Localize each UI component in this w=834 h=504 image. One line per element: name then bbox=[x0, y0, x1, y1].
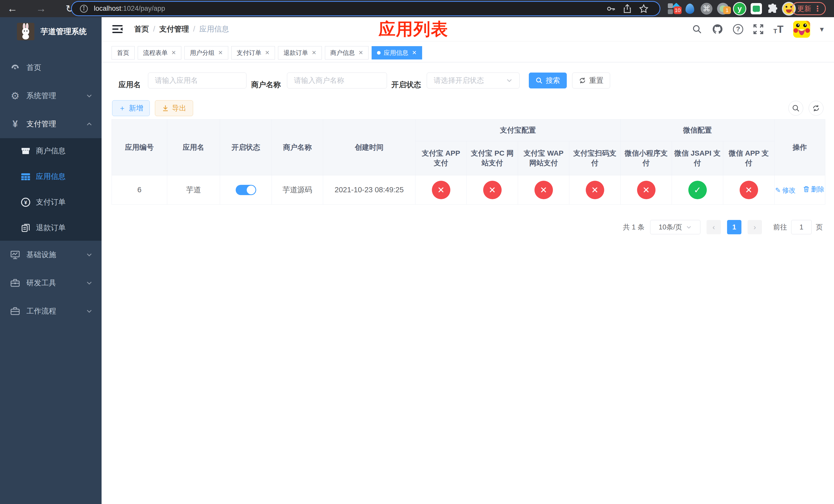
tab-label: 商户信息 bbox=[330, 49, 355, 57]
sidebar-item-refund[interactable]: 退款订单 bbox=[0, 215, 102, 241]
next-page-button[interactable]: › bbox=[748, 220, 762, 234]
pagination: 共 1 条 10条/页 ‹ 1 › 前往 1 页 bbox=[623, 220, 823, 234]
refresh-table-button[interactable] bbox=[809, 101, 824, 116]
header-search-icon[interactable] bbox=[692, 24, 702, 35]
breadcrumb-home[interactable]: 首页 bbox=[134, 24, 149, 35]
site-info-icon[interactable] bbox=[80, 4, 88, 13]
tab-close-icon[interactable]: ✕ bbox=[412, 49, 416, 56]
fullscreen-icon[interactable] bbox=[753, 24, 764, 35]
merchant-name-placeholder: 请输入商户名称 bbox=[294, 76, 380, 85]
tab-close-icon[interactable]: ✕ bbox=[358, 49, 363, 56]
user-avatar[interactable] bbox=[793, 21, 810, 38]
browser-menu-dots-icon[interactable]: ⋮ bbox=[814, 4, 821, 13]
tab-merchant-info[interactable]: 商户信息✕ bbox=[325, 46, 369, 60]
caret-down-icon[interactable]: ▾ bbox=[820, 25, 824, 33]
url-bar[interactable]: localhost:1024/pay/app bbox=[71, 1, 660, 16]
chevron-down-icon bbox=[86, 307, 93, 315]
tab-home[interactable]: 首页 bbox=[112, 46, 135, 60]
status-cross-icon: ✕ bbox=[637, 181, 656, 199]
chevron-down-icon bbox=[86, 279, 93, 287]
extension-sketch-icon[interactable]: 10 bbox=[666, 0, 682, 17]
logo-rabbit-image bbox=[17, 23, 35, 40]
tab-close-icon[interactable]: ✕ bbox=[265, 49, 269, 56]
trash-icon bbox=[803, 186, 809, 192]
sidebar-item-payorder[interactable]: ¥ 支付订单 bbox=[0, 189, 102, 215]
extension-gem-icon[interactable] bbox=[683, 0, 697, 17]
tab-app-info[interactable]: 应用信息✕ bbox=[372, 46, 422, 60]
topbar: 首页 / 支付管理 / 应用信息 应用列表 ? bbox=[102, 17, 834, 41]
browser-update-button[interactable]: 更新 ⋮ bbox=[791, 2, 826, 15]
export-button[interactable]: 导出 bbox=[155, 100, 193, 116]
merchant-name-input[interactable]: 请输入商户名称 bbox=[287, 72, 387, 88]
sidebar-item-infra[interactable]: 基础设施 bbox=[0, 241, 102, 269]
show-search-toggle-button[interactable] bbox=[788, 101, 803, 116]
share-icon[interactable] bbox=[619, 4, 636, 13]
tab-label: 首页 bbox=[117, 49, 129, 57]
sidebar-item-home[interactable]: 首页 bbox=[0, 53, 102, 82]
sidebar-item-devtool[interactable]: 研发工具 bbox=[0, 269, 102, 297]
sidebar-collapse-icon[interactable] bbox=[112, 23, 123, 35]
briefcase-icon bbox=[9, 305, 21, 317]
tab-close-icon[interactable]: ✕ bbox=[171, 49, 176, 56]
col-header-wechat-jsapi: 微信 JSAPI 支付 bbox=[672, 141, 723, 175]
edit-label: 修改 bbox=[782, 186, 795, 195]
bookmark-star-icon[interactable] bbox=[636, 4, 652, 14]
cell-wechat-jsapi: ✓ bbox=[672, 175, 723, 205]
page-number-1[interactable]: 1 bbox=[727, 220, 741, 234]
table-row: 6 芋道 芋道源码 2021-10-23 08:49:25 ✕ ✕ ✕ ✕ ✕ … bbox=[112, 175, 825, 205]
search-label: 搜索 bbox=[546, 76, 560, 85]
sidebar-item-label: 基础设施 bbox=[26, 250, 56, 260]
search-icon bbox=[535, 77, 543, 84]
status-select[interactable]: 请选择开启状态 bbox=[427, 72, 520, 88]
password-key-icon[interactable] bbox=[603, 4, 619, 13]
font-small-glyph: T bbox=[773, 28, 777, 35]
sidebar-item-workflow[interactable]: 工作流程 bbox=[0, 297, 102, 325]
sidebar-item-appinfo[interactable]: 应用信息 bbox=[0, 164, 102, 189]
tab-label: 支付订单 bbox=[237, 49, 261, 57]
storefront-icon bbox=[20, 145, 31, 157]
browser-forward-icon[interactable]: → bbox=[33, 0, 49, 17]
tab-label: 用户分组 bbox=[190, 49, 214, 57]
merchant-name-label: 商户名称 bbox=[251, 77, 281, 93]
edit-link[interactable]: ✎修改 bbox=[775, 186, 796, 195]
breadcrumb-pay[interactable]: 支付管理 bbox=[159, 24, 189, 35]
prev-page-button[interactable]: ‹ bbox=[706, 220, 721, 234]
status-toggle[interactable] bbox=[236, 185, 256, 195]
tab-flow-form[interactable]: 流程表单✕ bbox=[138, 46, 181, 60]
sidebar-item-system[interactable]: ⚙ 系统管理 bbox=[0, 82, 102, 110]
app-name-input[interactable]: 请输入应用名 bbox=[148, 72, 246, 88]
cell-alipay-wap: ✕ bbox=[518, 175, 569, 205]
tab-close-icon[interactable]: ✕ bbox=[218, 49, 223, 56]
sidebar-item-pay[interactable]: ¥ 支付管理 bbox=[0, 110, 102, 138]
extension-command-icon[interactable]: ⌘ bbox=[699, 0, 714, 17]
page-size-select[interactable]: 10条/页 bbox=[650, 220, 700, 234]
sidebar-item-label: 系统管理 bbox=[26, 91, 56, 101]
tab-pay-order[interactable]: 支付订单✕ bbox=[231, 46, 275, 60]
reset-button[interactable]: 重置 bbox=[572, 72, 610, 88]
goto-page-input[interactable]: 1 bbox=[791, 220, 812, 234]
app-name-label: 应用名 bbox=[118, 77, 141, 93]
tab-close-icon[interactable]: ✕ bbox=[312, 49, 316, 56]
extension-chat-icon[interactable] bbox=[749, 0, 764, 17]
search-button[interactable]: 搜索 bbox=[529, 72, 567, 88]
add-button[interactable]: ＋ 新增 bbox=[112, 100, 150, 116]
col-header-alipay-scan: 支付宝扫码支付 bbox=[569, 141, 621, 175]
help-icon[interactable]: ? bbox=[733, 24, 743, 35]
font-size-icon[interactable]: TT bbox=[773, 24, 784, 35]
app-name-placeholder: 请输入应用名 bbox=[155, 76, 240, 85]
logo-row[interactable]: 芋道管理系统 bbox=[0, 17, 102, 40]
extensions-puzzle-icon[interactable] bbox=[765, 0, 780, 17]
tab-refund-order[interactable]: 退款订单✕ bbox=[278, 46, 322, 60]
url-text[interactable]: localhost:1024/pay/app bbox=[94, 5, 603, 13]
extension-session-icon[interactable]: 1 bbox=[716, 0, 730, 17]
col-header-actions: 操作 bbox=[774, 119, 825, 175]
sidebar-item-label: 商户信息 bbox=[36, 146, 66, 156]
pagination-total: 共 1 条 bbox=[623, 223, 644, 232]
tab-user-group[interactable]: 用户分组✕ bbox=[184, 46, 228, 60]
browser-back-icon[interactable]: ← bbox=[5, 0, 20, 17]
github-icon[interactable] bbox=[712, 24, 723, 35]
url-host: localhost bbox=[94, 5, 121, 12]
extension-y-icon[interactable]: y bbox=[732, 0, 747, 17]
delete-link[interactable]: 删除 bbox=[803, 185, 824, 194]
sidebar-item-merchant[interactable]: 商户信息 bbox=[0, 138, 102, 164]
